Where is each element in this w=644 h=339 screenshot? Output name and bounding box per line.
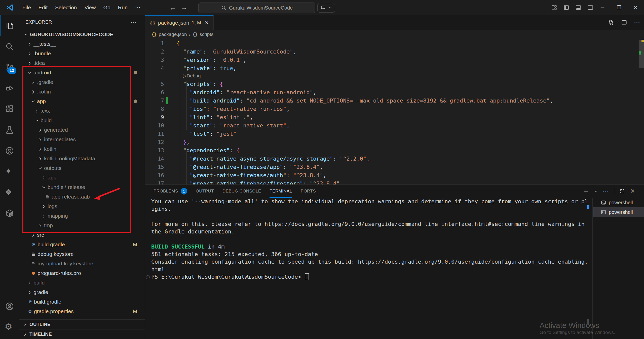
line-number: 9	[145, 114, 164, 120]
minimize-button[interactable]: ─	[594, 0, 611, 15]
tree-row-build[interactable]: build	[19, 116, 145, 125]
code-line-10: 10 "start": "react-native start",	[145, 121, 644, 130]
tree-row--bundle[interactable]: .bundle	[19, 49, 145, 58]
restore-button[interactable]: ❐	[611, 0, 627, 15]
activity-item-marketplace-ext[interactable]: ❖	[0, 182, 19, 203]
menu-file[interactable]: File	[19, 3, 35, 12]
toggle-panel-icon[interactable]	[575, 4, 582, 11]
menu-view[interactable]: View	[81, 3, 99, 12]
activity-item-accounts[interactable]	[0, 296, 19, 317]
toggle-sidebar-icon[interactable]	[563, 4, 570, 11]
tree-row-mapping[interactable]: mapping	[19, 211, 145, 221]
menu-more-icon[interactable]: ⋯	[131, 3, 144, 12]
tree-row-src[interactable]: src	[19, 230, 145, 240]
explorer-icon	[5, 21, 15, 30]
panel-tab-output[interactable]: OUTPUT	[196, 185, 214, 198]
tree-row--gradle[interactable]: .gradle	[19, 77, 145, 87]
terminal-instance-2[interactable]: powershell	[593, 207, 644, 217]
tree-row--idea[interactable]: .idea	[19, 58, 145, 68]
activity-item-search[interactable]	[0, 36, 19, 57]
activity-item-run-and-debug[interactable]	[0, 78, 19, 99]
panel-more-actions-icon[interactable]: ⋯	[603, 188, 609, 195]
terminal-instance-1[interactable]: powershell	[593, 198, 644, 207]
tree-row-build-gradle[interactable]: build.gradle	[19, 297, 145, 307]
activity-item-testing[interactable]	[0, 119, 19, 140]
section-outline[interactable]: OUTLINE	[19, 319, 145, 329]
tab-package-json[interactable]: {} package.json 1, M ✕	[145, 15, 214, 30]
panel-tab-debug-console[interactable]: DEBUG CONSOLE	[222, 185, 261, 198]
tree-row-app-release-aab[interactable]: app-release.aab	[19, 192, 145, 202]
line-number: 4	[145, 65, 164, 71]
open-changes-icon[interactable]	[608, 19, 614, 26]
activity-item-extensions[interactable]	[0, 99, 19, 119]
tab-close-icon[interactable]: ✕	[205, 20, 209, 26]
tree-row-bundle-release[interactable]: bundle \ release	[19, 182, 145, 192]
tree-row-gradle-properties[interactable]: ⚙gradle.propertiesM	[19, 307, 145, 316]
activity-item-settings[interactable]: ⚙	[0, 317, 19, 337]
close-button[interactable]: ✕	[627, 0, 644, 15]
tree-row-intermediates[interactable]: intermediates	[19, 135, 145, 144]
tree-row-debug-keystore[interactable]: debug.keystore	[19, 249, 145, 259]
tree-row-outputs[interactable]: outputs	[19, 163, 145, 173]
terminal-instance-label: powershell	[609, 200, 633, 206]
tree-row-logs[interactable]: logs	[19, 202, 145, 211]
maximize-panel-icon[interactable]	[619, 188, 625, 194]
section-timeline[interactable]: TIMELINE	[19, 329, 145, 339]
nav-forward-button[interactable]: →	[180, 4, 187, 12]
editor-more-actions-icon[interactable]: ⋯	[634, 19, 640, 26]
menu-run[interactable]: Run	[114, 3, 132, 12]
codelens-debug[interactable]: ▷Debug	[183, 73, 201, 79]
tree-row-gradle[interactable]: gradle	[19, 287, 145, 297]
tree-row-generated[interactable]: generated	[19, 125, 145, 135]
activity-item-source-control[interactable]: 12	[0, 57, 19, 78]
tree-row-gurukulwisdomsourcecode[interactable]: GURUKULWISDOMSOURCECODE	[19, 30, 145, 39]
split-editor-icon[interactable]	[621, 19, 627, 26]
panel-tab-label: DEBUG CONSOLE	[222, 189, 261, 194]
gradle-file-icon	[27, 299, 32, 304]
panel-tab-terminal[interactable]: TERMINAL	[270, 185, 292, 198]
activity-item-copilot[interactable]: ✦	[0, 161, 19, 182]
tree-row--kotlin[interactable]: .kotlin	[19, 87, 145, 96]
command-center-search[interactable]: GurukulWisdomSourceCode	[198, 3, 315, 13]
toggle-secondary-sidebar-icon[interactable]	[587, 4, 594, 11]
explorer-more-actions-icon[interactable]: ⋯	[131, 19, 137, 26]
tree-row-my-upload-key-keystore[interactable]: my-upload-key.keystore	[19, 259, 145, 268]
panel-tab-ports[interactable]: PORTS	[301, 185, 316, 198]
terminal-command-decoration	[587, 205, 589, 209]
tree-row--tests-[interactable]: __tests__	[19, 39, 145, 49]
activity-item-explorer[interactable]	[0, 15, 19, 36]
tree-row-app[interactable]: app	[19, 96, 145, 106]
tree-row-build-gradle[interactable]: build.gradleM	[19, 240, 145, 249]
breadcrumb-package-json[interactable]: package.json	[159, 32, 187, 37]
tree-row-build[interactable]: build	[19, 278, 145, 287]
new-terminal-icon[interactable]	[583, 188, 589, 194]
chevron-right-icon	[31, 233, 35, 237]
close-panel-icon[interactable]: ✕	[630, 188, 635, 195]
code-line-14: 14 "@react-native-async-storage/async-st…	[145, 155, 644, 163]
line-number: 16	[145, 172, 164, 178]
terminal-output[interactable]: You can use '--warning-mode all' to show…	[145, 198, 592, 339]
tree-row-kotlintoolingmetadata[interactable]: kotlinToolingMetadata	[19, 154, 145, 163]
tree-row-proguard-rules-pro[interactable]: proguard-rules.pro	[19, 268, 145, 278]
menu-edit[interactable]: Edit	[35, 3, 51, 12]
command-decoration-icon	[146, 275, 150, 279]
tree-row-android[interactable]: android	[19, 68, 145, 77]
menu-go[interactable]: Go	[100, 3, 114, 12]
tree-row-apk[interactable]: apk	[19, 173, 145, 182]
activity-item-github[interactable]	[0, 140, 19, 161]
copilot-menu-button[interactable]	[317, 3, 335, 13]
tree-row--cxx[interactable]: .cxx	[19, 106, 145, 116]
menu-selection[interactable]: Selection	[51, 3, 81, 12]
activity-item-containers[interactable]	[0, 203, 19, 224]
editor-scrollbar[interactable]	[639, 39, 644, 184]
customize-layout-icon[interactable]	[551, 4, 557, 11]
tree-row-kotlin[interactable]: kotlin	[19, 144, 145, 154]
breadcrumb-scripts[interactable]: scripts	[200, 32, 213, 37]
tree-row-tmp[interactable]: tmp	[19, 221, 145, 230]
terminal-dropdown-icon[interactable]	[594, 189, 598, 193]
tree-item-label: gradle	[33, 289, 48, 295]
tree-item-label: kotlinToolingMetadata	[44, 156, 95, 162]
nav-back-button[interactable]: ←	[169, 4, 176, 12]
code-editor[interactable]: 1{2 "name": "GurukulWisdomSourceCode",3 …	[145, 39, 644, 184]
panel-tab-problems[interactable]: PROBLEMS1	[154, 185, 187, 198]
